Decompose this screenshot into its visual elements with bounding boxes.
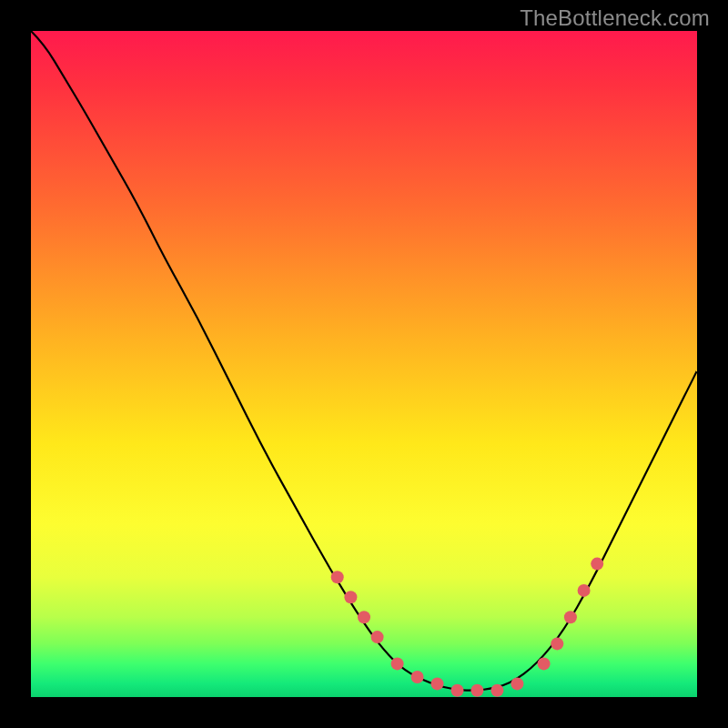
- chart-frame: TheBottleneck.com: [0, 0, 728, 728]
- marker-dot: [411, 671, 424, 683]
- marker-dot: [511, 677, 523, 690]
- watermark-text: TheBottleneck.com: [520, 5, 710, 31]
- marker-dot: [470, 684, 483, 697]
- plot-area: [31, 31, 697, 697]
- marker-dot: [490, 684, 503, 697]
- marker-dot: [358, 611, 370, 623]
- marker-dot: [564, 611, 577, 623]
- marker-dot: [578, 584, 591, 597]
- marker-dot: [538, 657, 551, 670]
- marker-dots-group: [331, 558, 604, 697]
- curve-svg: [31, 31, 697, 697]
- marker-dot: [331, 571, 344, 583]
- marker-dot: [391, 657, 404, 670]
- marker-dot: [371, 631, 384, 643]
- marker-dot: [591, 558, 603, 571]
- marker-dot: [344, 591, 357, 603]
- marker-dot: [551, 637, 563, 650]
- marker-dot: [431, 677, 444, 690]
- marker-dot: [451, 684, 464, 697]
- bottleneck-curve: [31, 31, 697, 691]
